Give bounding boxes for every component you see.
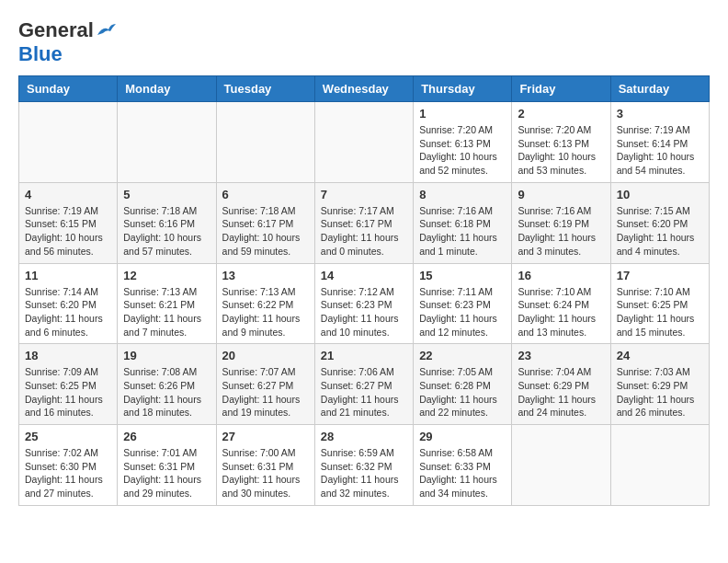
calendar-cell: 23Sunrise: 7:04 AMSunset: 6:29 PMDayligh… bbox=[512, 344, 610, 425]
day-number: 3 bbox=[617, 107, 703, 121]
calendar-cell: 28Sunrise: 6:59 AMSunset: 6:32 PMDayligh… bbox=[314, 425, 413, 506]
day-number: 22 bbox=[419, 349, 506, 362]
calendar-cell: 1Sunrise: 7:20 AMSunset: 6:13 PMDaylight… bbox=[414, 102, 512, 183]
day-number: 10 bbox=[617, 188, 703, 201]
calendar-cell: 12Sunrise: 7:13 AMSunset: 6:21 PMDayligh… bbox=[118, 263, 216, 344]
logo-blue: Blue bbox=[18, 42, 63, 66]
day-number: 6 bbox=[222, 188, 309, 201]
calendar-cell: 17Sunrise: 7:10 AMSunset: 6:25 PMDayligh… bbox=[610, 263, 709, 344]
day-number: 2 bbox=[518, 107, 604, 121]
day-number: 7 bbox=[321, 188, 407, 201]
day-number: 15 bbox=[419, 269, 506, 282]
day-info: Sunrise: 7:16 AMSunset: 6:18 PMDaylight:… bbox=[419, 204, 506, 259]
calendar-cell bbox=[512, 425, 610, 506]
calendar-cell: 11Sunrise: 7:14 AMSunset: 6:20 PMDayligh… bbox=[19, 263, 118, 344]
day-number: 11 bbox=[25, 269, 111, 282]
day-number: 23 bbox=[518, 349, 604, 362]
week-row-4: 18Sunrise: 7:09 AMSunset: 6:25 PMDayligh… bbox=[19, 344, 710, 425]
day-number: 18 bbox=[25, 349, 111, 362]
calendar-cell: 8Sunrise: 7:16 AMSunset: 6:18 PMDaylight… bbox=[414, 182, 512, 263]
day-info: Sunrise: 7:02 AMSunset: 6:30 PMDaylight:… bbox=[25, 446, 111, 500]
calendar-cell: 6Sunrise: 7:18 AMSunset: 6:17 PMDaylight… bbox=[216, 182, 314, 263]
calendar-cell: 14Sunrise: 7:12 AMSunset: 6:23 PMDayligh… bbox=[314, 263, 413, 344]
day-info: Sunrise: 7:11 AMSunset: 6:23 PMDaylight:… bbox=[419, 285, 506, 339]
calendar-cell: 24Sunrise: 7:03 AMSunset: 6:29 PMDayligh… bbox=[610, 344, 709, 425]
calendar-cell: 29Sunrise: 6:58 AMSunset: 6:33 PMDayligh… bbox=[414, 425, 512, 506]
week-row-2: 4Sunrise: 7:19 AMSunset: 6:15 PMDaylight… bbox=[19, 182, 710, 263]
day-number: 21 bbox=[321, 349, 407, 362]
calendar-header-row: SundayMondayTuesdayWednesdayThursdayFrid… bbox=[19, 76, 710, 102]
day-number: 20 bbox=[222, 349, 309, 362]
day-number: 27 bbox=[222, 430, 309, 443]
day-info: Sunrise: 7:14 AMSunset: 6:20 PMDaylight:… bbox=[25, 285, 111, 339]
calendar-cell: 22Sunrise: 7:05 AMSunset: 6:28 PMDayligh… bbox=[414, 344, 512, 425]
header-thursday: Thursday bbox=[414, 76, 512, 102]
logo-general: General bbox=[18, 18, 94, 42]
week-row-5: 25Sunrise: 7:02 AMSunset: 6:30 PMDayligh… bbox=[19, 425, 710, 506]
day-number: 4 bbox=[25, 188, 111, 201]
day-info: Sunrise: 7:03 AMSunset: 6:29 PMDaylight:… bbox=[617, 365, 703, 419]
calendar-cell: 13Sunrise: 7:13 AMSunset: 6:22 PMDayligh… bbox=[216, 263, 314, 344]
calendar-cell: 5Sunrise: 7:18 AMSunset: 6:16 PMDaylight… bbox=[118, 182, 216, 263]
day-number: 12 bbox=[123, 269, 210, 282]
day-info: Sunrise: 7:00 AMSunset: 6:31 PMDaylight:… bbox=[222, 446, 309, 500]
header-monday: Monday bbox=[118, 76, 216, 102]
day-info: Sunrise: 7:01 AMSunset: 6:31 PMDaylight:… bbox=[123, 446, 210, 500]
day-info: Sunrise: 7:18 AMSunset: 6:17 PMDaylight:… bbox=[222, 204, 309, 259]
header-friday: Friday bbox=[512, 76, 610, 102]
day-info: Sunrise: 7:19 AMSunset: 6:15 PMDaylight:… bbox=[25, 204, 111, 259]
calendar-cell bbox=[216, 102, 314, 183]
day-info: Sunrise: 6:58 AMSunset: 6:33 PMDaylight:… bbox=[419, 446, 506, 500]
calendar-cell: 27Sunrise: 7:00 AMSunset: 6:31 PMDayligh… bbox=[216, 425, 314, 506]
calendar-cell: 15Sunrise: 7:11 AMSunset: 6:23 PMDayligh… bbox=[414, 263, 512, 344]
header-wednesday: Wednesday bbox=[314, 76, 413, 102]
logo: General Blue bbox=[18, 18, 116, 66]
calendar-cell: 9Sunrise: 7:16 AMSunset: 6:19 PMDaylight… bbox=[512, 182, 610, 263]
calendar-cell: 10Sunrise: 7:15 AMSunset: 6:20 PMDayligh… bbox=[610, 182, 709, 263]
calendar-cell bbox=[314, 102, 413, 183]
day-info: Sunrise: 7:13 AMSunset: 6:21 PMDaylight:… bbox=[123, 285, 210, 339]
header-tuesday: Tuesday bbox=[216, 76, 314, 102]
header-saturday: Saturday bbox=[610, 76, 709, 102]
week-row-1: 1Sunrise: 7:20 AMSunset: 6:13 PMDaylight… bbox=[19, 102, 710, 183]
calendar-cell bbox=[610, 425, 709, 506]
day-info: Sunrise: 7:08 AMSunset: 6:26 PMDaylight:… bbox=[123, 365, 210, 419]
day-info: Sunrise: 7:17 AMSunset: 6:17 PMDaylight:… bbox=[321, 204, 407, 259]
day-info: Sunrise: 7:18 AMSunset: 6:16 PMDaylight:… bbox=[123, 204, 210, 259]
day-number: 17 bbox=[617, 269, 703, 282]
day-info: Sunrise: 7:09 AMSunset: 6:25 PMDaylight:… bbox=[25, 365, 111, 419]
calendar-cell: 20Sunrise: 7:07 AMSunset: 6:27 PMDayligh… bbox=[216, 344, 314, 425]
day-info: Sunrise: 6:59 AMSunset: 6:32 PMDaylight:… bbox=[321, 446, 407, 500]
calendar-cell bbox=[19, 102, 118, 183]
day-number: 29 bbox=[419, 430, 506, 443]
calendar-cell: 2Sunrise: 7:20 AMSunset: 6:13 PMDaylight… bbox=[512, 102, 610, 183]
calendar-cell: 7Sunrise: 7:17 AMSunset: 6:17 PMDaylight… bbox=[314, 182, 413, 263]
calendar-cell: 19Sunrise: 7:08 AMSunset: 6:26 PMDayligh… bbox=[118, 344, 216, 425]
day-info: Sunrise: 7:04 AMSunset: 6:29 PMDaylight:… bbox=[518, 365, 604, 419]
day-number: 13 bbox=[222, 269, 309, 282]
day-number: 26 bbox=[123, 430, 210, 443]
calendar-table: SundayMondayTuesdayWednesdayThursdayFrid… bbox=[18, 75, 710, 506]
day-info: Sunrise: 7:16 AMSunset: 6:19 PMDaylight:… bbox=[518, 204, 604, 259]
day-number: 16 bbox=[518, 269, 604, 282]
day-number: 28 bbox=[321, 430, 407, 443]
calendar-cell: 26Sunrise: 7:01 AMSunset: 6:31 PMDayligh… bbox=[118, 425, 216, 506]
day-number: 24 bbox=[617, 349, 703, 362]
day-info: Sunrise: 7:10 AMSunset: 6:25 PMDaylight:… bbox=[617, 285, 703, 339]
day-info: Sunrise: 7:20 AMSunset: 6:13 PMDaylight:… bbox=[419, 123, 506, 178]
calendar-cell: 21Sunrise: 7:06 AMSunset: 6:27 PMDayligh… bbox=[314, 344, 413, 425]
calendar-cell bbox=[118, 102, 216, 183]
day-number: 8 bbox=[419, 188, 506, 201]
day-number: 25 bbox=[25, 430, 111, 443]
day-info: Sunrise: 7:12 AMSunset: 6:23 PMDaylight:… bbox=[321, 285, 407, 339]
day-info: Sunrise: 7:20 AMSunset: 6:13 PMDaylight:… bbox=[518, 123, 604, 178]
day-info: Sunrise: 7:10 AMSunset: 6:24 PMDaylight:… bbox=[518, 285, 604, 339]
calendar-cell: 4Sunrise: 7:19 AMSunset: 6:15 PMDaylight… bbox=[19, 182, 118, 263]
day-info: Sunrise: 7:15 AMSunset: 6:20 PMDaylight:… bbox=[617, 204, 703, 259]
day-info: Sunrise: 7:07 AMSunset: 6:27 PMDaylight:… bbox=[222, 365, 309, 419]
day-info: Sunrise: 7:19 AMSunset: 6:14 PMDaylight:… bbox=[617, 123, 703, 178]
calendar-cell: 3Sunrise: 7:19 AMSunset: 6:14 PMDaylight… bbox=[610, 102, 709, 183]
day-number: 9 bbox=[518, 188, 604, 201]
day-info: Sunrise: 7:06 AMSunset: 6:27 PMDaylight:… bbox=[321, 365, 407, 419]
day-number: 14 bbox=[321, 269, 407, 282]
